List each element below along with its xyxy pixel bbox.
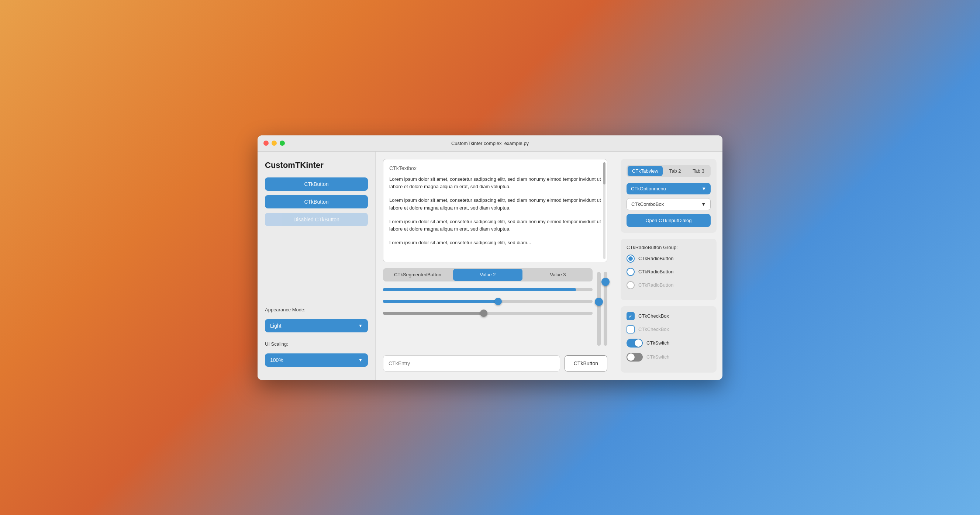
maximize-button[interactable] [280,141,285,146]
radio-label-2: CTkRadioButton [638,269,673,275]
tab-btn-3[interactable]: Tab 3 [687,166,710,176]
slider-3[interactable] [383,310,593,317]
ui-scaling-arrow: ▼ [358,358,363,362]
slider-1-fill [383,288,576,291]
checkbox-label-1: CTkCheckBox [638,313,669,319]
window-title: CustomTkinter complex_example.py [451,141,529,146]
checkbox-label-2: CTkCheckBox [638,326,669,332]
combo-box-label: CTkComboBox [631,202,664,207]
slider-3-thumb[interactable] [480,310,487,317]
entry-ctk-button[interactable]: CTkButton [565,355,607,372]
appearance-dropdown-value: Light [270,323,281,329]
radio-group-title: CTkRadioButton Group: [627,245,711,250]
v-slider-1-track[interactable] [597,272,601,346]
option-menu[interactable]: CTkOptionmenu ▼ [627,183,711,194]
app-window: CustomTkinter complex_example.py CustomT… [258,135,722,380]
window-controls [263,141,285,146]
ctk-button-disabled: Disabled CTkButton [265,213,368,226]
checkbox-2[interactable] [627,325,635,334]
text-para-2: Lorem ipsum dolor sit amet, consetetur s… [389,197,601,212]
option-menu-row: CTkOptionmenu ▼ [627,183,711,194]
checkbox-panel: ✓ CTkCheckBox CTkCheckBox CTkSwitch [620,306,717,373]
scrollbar-thumb[interactable] [603,162,606,184]
radio-item-2: CTkRadioButton [627,268,711,276]
open-dialog-button[interactable]: Open CTkInputDialog [627,214,711,227]
radio-btn-2[interactable] [627,268,635,276]
v-slider-2-track[interactable] [604,272,607,346]
option-menu-arrow: ▼ [702,186,706,191]
tab-btn-1[interactable]: CTkTabview [628,166,663,176]
radio-item-3: CTkRadioButton [627,281,711,289]
switch-item-2: CTkSwitch [627,353,711,362]
radio-panel: CTkRadioButton Group: CTkRadioButton CTk… [620,239,717,300]
textbox-title: CTkTextbox [389,165,601,171]
slider-1[interactable] [383,286,593,293]
combo-box-arrow: ▼ [701,202,706,207]
scrollbar-track[interactable] [603,162,606,259]
switch-2-thumb [627,353,635,361]
text-para-4: Lorem ipsum dolor sit amet, consetetur s… [389,239,601,247]
switch-2[interactable] [627,353,643,362]
radio-item-1: CTkRadioButton [627,254,711,263]
slider-3-track [383,312,593,315]
ctk-button-1[interactable]: CTkButton [265,178,368,191]
ui-scaling-dropdown[interactable]: 100% ▼ [265,353,368,367]
slider-2-fill [383,300,498,303]
minimize-button[interactable] [272,141,277,146]
entry-row: CTkButton [383,355,607,372]
v-slider-2-thumb[interactable] [601,278,609,286]
switch-label-2: CTkSwitch [646,354,669,360]
vertical-sliders [597,268,607,350]
slider-2[interactable] [383,298,593,305]
right-panels: CTkTabview Tab 2 Tab 3 CTkOptionmenu ▼ C… [615,152,722,380]
radio-label-1: CTkRadioButton [638,256,673,261]
option-menu-label: CTkOptionmenu [631,186,666,191]
slider-3-fill [383,312,484,315]
ctk-entry-input[interactable] [383,355,560,372]
sidebar: CustomTKinter CTkButton CTkButton Disabl… [258,152,375,380]
appearance-dropdown-arrow: ▼ [358,323,363,328]
controls-area: CTkSegmentedButton Value 2 Value 3 [383,268,607,350]
close-button[interactable] [263,141,269,146]
text-para-3: Lorem ipsum dolor sit amet, consetetur s… [389,218,601,234]
combo-box-row: CTkComboBox ▼ [627,198,711,210]
main-content: CustomTKinter CTkButton CTkButton Disabl… [258,152,722,380]
titlebar: CustomTkinter complex_example.py [258,135,722,152]
seg-btn-2[interactable]: Value 2 [453,269,522,281]
switch-label-1: CTkSwitch [646,340,669,346]
appearance-mode-label: Appearance Mode: [265,307,368,313]
text-para-1: Lorem ipsum dolor sit amet, consetetur s… [389,176,601,191]
slider-2-track [383,300,593,303]
sidebar-title: CustomTKinter [265,161,368,170]
seg-btn-1[interactable]: CTkSegmentedButton [383,268,452,281]
ctk-button-2[interactable]: CTkButton [265,195,368,208]
ui-scaling-label: UI Scaling: [265,341,368,347]
checkbox-item-2: CTkCheckBox [627,325,711,334]
seg-btn-3[interactable]: Value 3 [523,268,593,281]
checkbox-1-check: ✓ [628,313,633,319]
textbox-content[interactable]: Lorem ipsum dolor sit amet, consetetur s… [389,176,601,247]
ui-scaling-value: 100% [270,357,283,363]
switch-1-thumb [635,339,642,347]
v-slider-1-thumb[interactable] [595,298,603,306]
sliders-column: CTkSegmentedButton Value 2 Value 3 [383,268,593,350]
appearance-dropdown[interactable]: Light ▼ [265,319,368,332]
checkbox-item-1: ✓ CTkCheckBox [627,312,711,320]
switch-1[interactable] [627,339,643,348]
v-slider-2-fill [604,279,607,346]
slider-2-thumb[interactable] [495,298,502,305]
slider-1-track [383,288,593,291]
radio-label-3: CTkRadioButton [638,282,673,288]
tab-panel: CTkTabview Tab 2 Tab 3 CTkOptionmenu ▼ C… [620,159,717,233]
textbox-area: CTkTextbox Lorem ipsum dolor sit amet, c… [383,159,607,262]
checkbox-1[interactable]: ✓ [627,312,635,320]
tab-btn-2[interactable]: Tab 2 [664,166,686,176]
radio-btn-1[interactable] [627,254,635,263]
center-panel: CTkTextbox Lorem ipsum dolor sit amet, c… [375,152,615,380]
radio-btn-3 [627,281,635,289]
combo-box[interactable]: CTkComboBox ▼ [627,198,711,210]
switch-item-1: CTkSwitch [627,339,711,348]
tab-bar: CTkTabview Tab 2 Tab 3 [627,165,711,177]
segmented-button: CTkSegmentedButton Value 2 Value 3 [383,268,593,281]
